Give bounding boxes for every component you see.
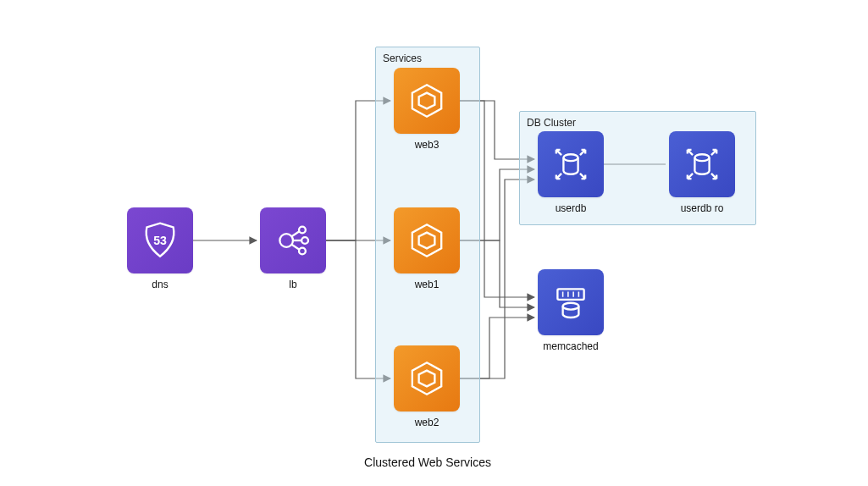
node-lb: lb — [260, 207, 326, 290]
svg-point-2 — [299, 227, 306, 234]
svg-rect-10 — [557, 289, 583, 300]
route53-icon: 53 — [127, 207, 193, 273]
svg-point-1 — [279, 234, 293, 247]
elasticache-icon — [538, 269, 604, 335]
node-dns-label: dns — [127, 279, 193, 290]
ecs-service-icon — [394, 68, 460, 134]
svg-point-3 — [301, 237, 308, 244]
svg-line-5 — [291, 231, 299, 236]
diagram-canvas: Services DB Cluster 53 dns lb — [0, 0, 868, 486]
node-web2-label: web2 — [394, 417, 460, 428]
svg-text:53: 53 — [153, 234, 167, 247]
node-web1: web1 — [394, 207, 460, 290]
cluster-db-title: DB Cluster — [522, 113, 581, 132]
load-balancer-icon — [260, 207, 326, 273]
svg-point-4 — [299, 248, 306, 255]
node-userdb-ro: userdb ro — [669, 131, 735, 214]
node-web1-label: web1 — [394, 279, 460, 290]
node-web3-label: web3 — [394, 139, 460, 151]
svg-line-7 — [291, 245, 299, 250]
node-lb-label: lb — [260, 279, 326, 290]
node-dns: 53 dns — [127, 207, 193, 290]
node-web2: web2 — [394, 345, 460, 428]
node-memcached-label: memcached — [538, 340, 604, 352]
node-memcached: memcached — [538, 269, 604, 352]
node-userdb-label: userdb — [538, 202, 604, 214]
diagram-title: Clustered Web Services — [356, 456, 500, 469]
svg-point-15 — [563, 303, 579, 310]
svg-point-9 — [694, 154, 709, 161]
node-userdb: userdb — [538, 131, 604, 214]
ecs-service-icon — [394, 207, 460, 273]
ecs-service-icon — [394, 345, 460, 411]
rds-icon — [669, 131, 735, 197]
rds-icon — [538, 131, 604, 197]
node-web3: web3 — [394, 68, 460, 151]
cluster-services-title: Services — [378, 49, 427, 68]
node-userdb-ro-label: userdb ro — [669, 202, 735, 214]
svg-point-8 — [563, 154, 578, 161]
